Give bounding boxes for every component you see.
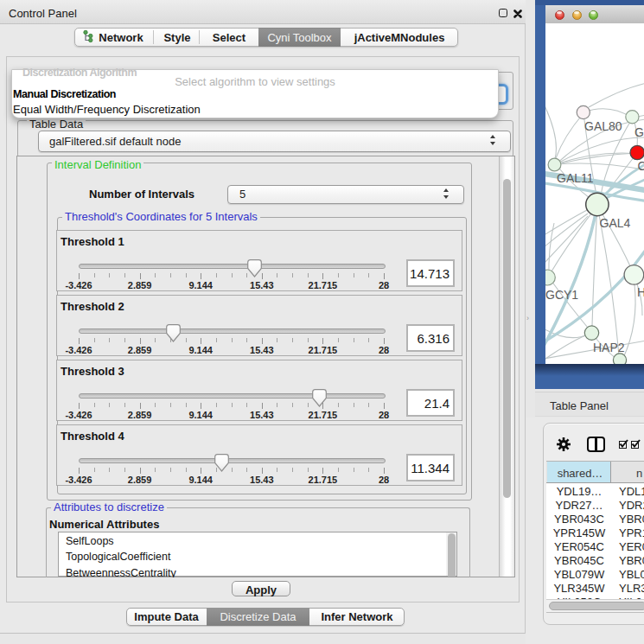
svg-text:GAL80: GAL80	[584, 119, 622, 133]
svg-text:GAL11: GAL11	[557, 171, 594, 185]
svg-text:GAL4: GAL4	[600, 216, 631, 230]
svg-text:C: C	[638, 159, 644, 173]
svg-text:GCY1: GCY1	[545, 288, 578, 302]
svg-text:HAP2: HAP2	[593, 341, 625, 354]
svg-text:G.: G.	[634, 125, 644, 139]
svg-text:H: H	[637, 285, 644, 299]
